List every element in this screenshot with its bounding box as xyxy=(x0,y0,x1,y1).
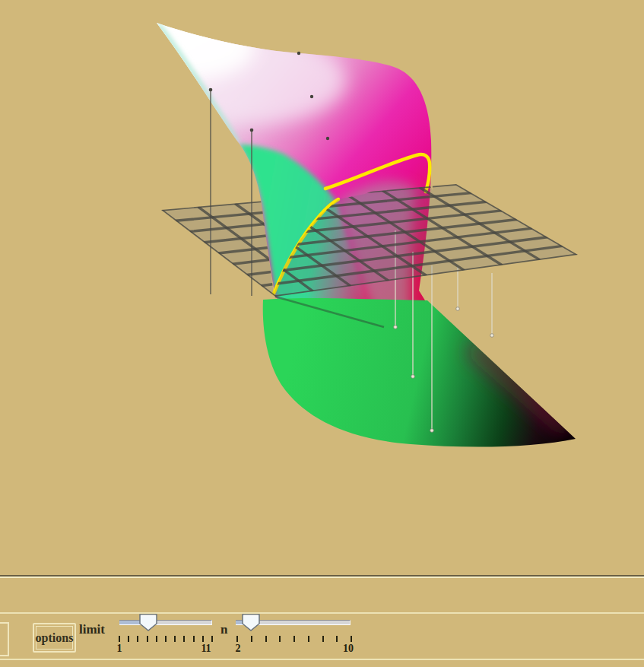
n-slider-ticks xyxy=(236,636,352,643)
options-button[interactable]: options xyxy=(33,623,76,653)
limit-slider-thumb[interactable] xyxy=(139,614,157,631)
options-button-label: options xyxy=(36,632,74,644)
plot-canvas[interactable] xyxy=(0,0,644,576)
n-min-label: 2 xyxy=(233,643,243,654)
applet-window: options limit 1 11 n xyxy=(0,0,644,667)
n-slider-thumb[interactable] xyxy=(242,614,260,631)
control-bar: options limit 1 11 n xyxy=(0,580,644,667)
limit-slider-ticks xyxy=(119,636,213,643)
surface-plot xyxy=(0,0,644,576)
limit-slider-track[interactable] xyxy=(119,620,212,625)
options-button-face: options xyxy=(36,626,73,650)
limit-slider-fill xyxy=(119,621,141,624)
limit-min-label: 1 xyxy=(115,643,124,654)
partial-left-button[interactable] xyxy=(0,622,9,656)
n-max-label: 10 xyxy=(340,643,357,654)
limit-slider-label: limit xyxy=(79,623,105,636)
control-bar-bevel-top xyxy=(0,612,644,614)
n-slider-label: n xyxy=(220,623,227,636)
control-bar-bevel-bottom xyxy=(0,659,644,660)
limit-max-label: 11 xyxy=(198,643,214,654)
